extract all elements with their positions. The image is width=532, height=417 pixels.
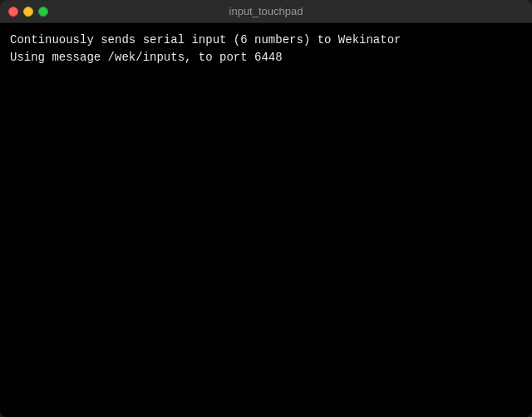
close-button[interactable]	[8, 7, 18, 17]
maximize-button[interactable]	[38, 7, 48, 17]
window-title: input_touchpad	[229, 5, 303, 17]
minimize-button[interactable]	[23, 7, 33, 17]
terminal-line-2: Using message /wek/inputs, to port 6448	[10, 49, 522, 66]
terminal-window: input_touchpad Continuously sends serial…	[0, 0, 532, 417]
traffic-lights	[8, 7, 48, 17]
terminal-line-1: Continuously sends serial input (6 numbe…	[10, 32, 522, 49]
titlebar: input_touchpad	[0, 0, 532, 23]
terminal-body: Continuously sends serial input (6 numbe…	[0, 23, 532, 417]
